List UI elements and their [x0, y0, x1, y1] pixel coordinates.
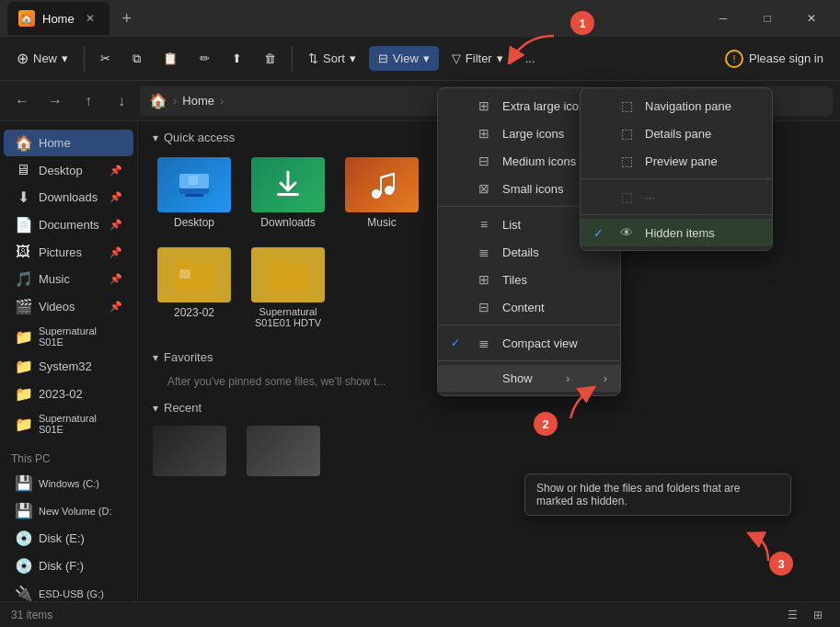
minimize-button[interactable]: ─ — [702, 4, 744, 33]
view-button[interactable]: ⊟ View ▾ — [369, 46, 439, 71]
view-mode-list[interactable]: ☰ — [781, 604, 803, 626]
view-icon: ⊟ — [378, 51, 388, 65]
sidebar: 🏠 Home 🖥 Desktop 📌 ⬇ Downloads 📌 📄 Docum… — [0, 121, 138, 601]
cut-button[interactable]: ✂ — [91, 46, 120, 71]
cut-icon: ✂ — [100, 51, 110, 65]
more1-icon: ⬚ — [617, 189, 636, 204]
sidebar-item-2023[interactable]: 📁 2023-02 — [4, 381, 133, 407]
dd-sep-3 — [438, 360, 620, 361]
breadcrumb-home[interactable]: Home — [182, 94, 214, 108]
desktop-label: Desktop — [174, 216, 214, 229]
sidebar-item-supernatural[interactable]: 📁 Supernatural S01E — [4, 321, 133, 352]
sidebar-item-windows-c[interactable]: 💾 Windows (C:) — [4, 470, 133, 496]
show-navigation-pane[interactable]: ⬚ Navigation pane — [581, 92, 772, 120]
sidebar-home-label: Home — [39, 136, 71, 150]
pin-icon-4: 📌 — [109, 246, 122, 258]
rename-button[interactable]: ✏ — [190, 46, 219, 71]
dd-content[interactable]: ⊟ Content — [438, 293, 620, 321]
forward-button[interactable]: → — [40, 86, 70, 116]
favorites-chevron[interactable]: ▾ — [153, 351, 158, 364]
show-details-pane[interactable]: ⬚ Details pane — [581, 120, 772, 147]
sidebar-2023-label: 2023-02 — [39, 387, 83, 401]
view-mode-grid[interactable]: ⊞ — [807, 604, 829, 626]
sidebar-drive-f-label: Disk (F:) — [39, 559, 84, 573]
up-button[interactable]: ↑ — [74, 86, 103, 116]
dd-label-2: Large icons — [502, 127, 564, 141]
recent-chevron[interactable]: ▾ — [153, 402, 158, 415]
paste-button[interactable]: 📋 — [154, 46, 187, 71]
show-more-1[interactable]: ⬚ ··· — [581, 183, 772, 211]
folder-supernatural[interactable]: Supernatural S01E01 HDTV — [247, 242, 329, 334]
down-button[interactable]: ↓ — [107, 86, 136, 116]
sidebar-item-documents[interactable]: 📄 Documents 📌 — [4, 211, 133, 238]
copy-button[interactable]: ⧉ — [123, 46, 150, 72]
close-button[interactable]: ✕ — [790, 4, 833, 33]
active-tab[interactable]: 🏠 Home ✕ — [7, 2, 109, 35]
share-button[interactable]: ⬆ — [223, 46, 251, 71]
show-hidden-items[interactable]: ✓ 👁 Hidden items — [581, 219, 772, 246]
maximize-button[interactable]: □ — [746, 4, 788, 33]
pin-icon-3: 📌 — [109, 219, 122, 231]
show-arrow: › — [566, 371, 570, 385]
delete-button[interactable]: 🗑 — [255, 46, 285, 71]
sidebar-item-system32[interactable]: 📁 System32 — [4, 353, 133, 380]
drive-d-icon: 💾 — [15, 502, 31, 519]
quick-access-chevron[interactable]: ▾ — [153, 131, 158, 144]
sidebar-pictures-label: Pictures — [39, 245, 82, 259]
status-count: 31 items — [11, 609, 52, 621]
preview-pane-label: Preview pane — [645, 154, 718, 168]
sidebar-item-downloads[interactable]: ⬇ Downloads 📌 — [4, 184, 133, 211]
sort-label: Sort — [323, 51, 345, 65]
dd-label-8: Content — [502, 301, 545, 314]
sidebar-item-esd-usb-g1[interactable]: 🔌 ESD-USB (G:) — [4, 580, 133, 601]
dd-tiles[interactable]: ⊞ Tiles — [438, 266, 620, 293]
folder-downloads[interactable]: Downloads — [247, 152, 329, 234]
drive-f-icon: 💿 — [15, 557, 31, 575]
sidebar-music-label: Music — [39, 272, 70, 286]
filter-button[interactable]: ▽ Filter ▾ — [443, 46, 512, 71]
usb-g1-icon: 🔌 — [15, 585, 31, 601]
sidebar-item-new-volume[interactable]: 💾 New Volume (D: — [4, 497, 133, 524]
music-thumb — [345, 157, 419, 212]
toolbar-right: ! Please sign in — [716, 45, 833, 73]
sidebar-item-pictures[interactable]: 🖼 Pictures 📌 — [4, 239, 133, 265]
sidebar-downloads-label: Downloads — [39, 190, 98, 204]
new-button[interactable]: ⊕ New ▾ — [7, 44, 77, 73]
sidebar-item-home[interactable]: 🏠 Home — [4, 130, 133, 156]
sort-button[interactable]: ⇅ Sort ▾ — [299, 46, 365, 71]
delete-icon: 🗑 — [264, 51, 276, 65]
sign-in-button[interactable]: ! Please sign in — [716, 45, 833, 73]
new-tab-button[interactable]: + — [113, 5, 141, 32]
sort-icon: ⇅ — [308, 51, 318, 65]
recent-item-1[interactable] — [153, 426, 236, 480]
folder-2023-02[interactable]: 2023-02 — [153, 242, 236, 334]
sign-in-icon: ! — [725, 50, 743, 68]
dd-compact-view[interactable]: ✓ ≣ Compact view — [438, 329, 620, 357]
filter-icon: ▽ — [452, 51, 461, 65]
recent-item-2[interactable] — [247, 426, 329, 480]
back-button[interactable]: ← — [7, 86, 37, 116]
sidebar-item-desktop[interactable]: 🖥 Desktop 📌 — [4, 157, 133, 183]
sidebar-item-music[interactable]: 🎵 Music 📌 — [4, 266, 133, 292]
dd-label-7: Tiles — [502, 273, 527, 287]
toolbar: ⊕ New ▾ ✂ ⧉ 📋 ✏ ⬆ 🗑 ⇅ Sort ▾ ⊟ View ▾ ▽ … — [0, 37, 840, 81]
folder-desktop[interactable]: Desktop — [153, 152, 236, 234]
more-button[interactable]: ... — [516, 46, 545, 71]
folder-music[interactable]: Music — [340, 152, 423, 234]
view-chevron: ▾ — [423, 51, 430, 65]
sidebar-item-disk-e[interactable]: 💿 Disk (E:) — [4, 525, 133, 552]
show-submenu: ⬚ Navigation pane ⬚ Details pane ⬚ Previ… — [580, 87, 773, 251]
sidebar-item-disk-f[interactable]: 💿 Disk (F:) — [4, 553, 133, 579]
dd-show[interactable]: Show › — [438, 365, 620, 392]
show-sep-2 — [581, 214, 772, 215]
sidebar-item-videos[interactable]: 🎬 Videos 📌 — [4, 293, 133, 320]
separator-1 — [84, 46, 85, 72]
music-label: Music — [367, 216, 396, 229]
downloads-thumb — [251, 157, 325, 212]
breadcrumb-sep-1: › — [173, 94, 177, 108]
sidebar-item-supernatural2[interactable]: 📁 Supernatural S01E — [4, 408, 133, 439]
breadcrumb-sep-2: › — [220, 94, 224, 108]
hidden-check: ✓ — [593, 226, 606, 240]
show-preview-pane[interactable]: ⬚ Preview pane — [581, 147, 772, 175]
tab-close-button[interactable]: ✕ — [82, 10, 98, 27]
